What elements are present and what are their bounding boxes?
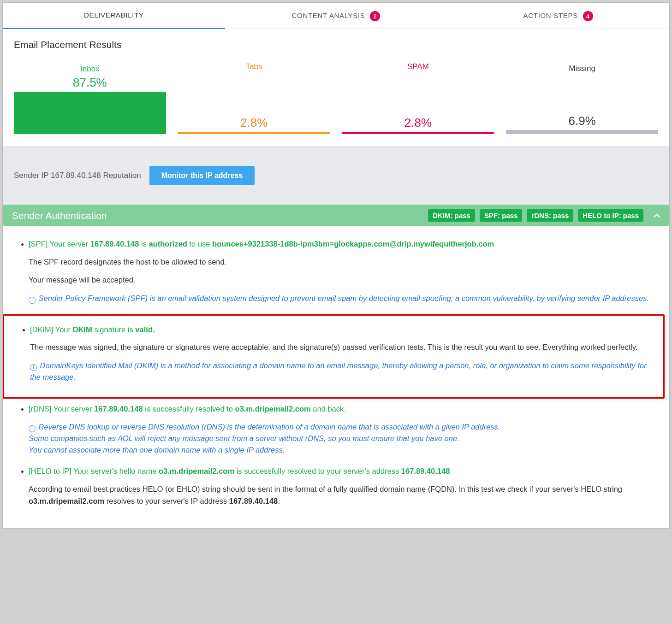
auth-item-spf: [SPF] Your server 167.89.40.148 is autho… <box>29 238 660 304</box>
auth-spf-note: i Sender Policy Framework (SPF) is an em… <box>29 293 660 304</box>
placement-label: SPAM <box>342 62 494 71</box>
placement-title: Email Placement Results <box>14 39 658 50</box>
info-icon: i <box>29 297 36 304</box>
placement-results-panel: Email Placement Results Inbox 87.5% Tabs… <box>3 29 669 147</box>
sender-auth-title: Sender Authentication <box>12 210 423 221</box>
auth-rdns-note: i Reverse DNS lookup or reverse DNS reso… <box>29 421 660 455</box>
placement-percent: 6.9% <box>506 114 658 128</box>
info-icon: i <box>29 425 36 432</box>
placement-percent: 2.8% <box>178 116 330 130</box>
auth-spf-headline: [SPF] Your server 167.89.40.148 is autho… <box>29 238 660 250</box>
monitor-ip-button[interactable]: Monitor this IP address <box>149 166 255 185</box>
auth-dkim-headline: [DKIM] Your DKIM signature is valid. <box>30 324 657 336</box>
auth-item-helo: [HELO to IP] Your server's hello name o3… <box>29 465 660 507</box>
app-frame: DELIVERABILITY CONTENT ANALYSIS 2 ACTION… <box>2 2 670 529</box>
tab-action-steps[interactable]: ACTION STEPS 4 <box>447 3 669 29</box>
auth-rdns-headline: [rDNS] Your server 167.89.40.148 is succ… <box>29 403 660 415</box>
placement-percent: 2.8% <box>342 116 494 130</box>
tab-label: ACTION STEPS <box>523 12 578 19</box>
chip-dkim: DKIM: pass <box>428 209 475 222</box>
chevron-up-icon[interactable] <box>651 210 663 222</box>
placement-label: Tabs <box>178 62 330 71</box>
auth-helo-headline: [HELO to IP] Your server's hello name o3… <box>29 465 660 477</box>
placement-bar-inbox <box>14 92 166 134</box>
placement-label: Inbox <box>14 65 166 74</box>
highlight-box-dkim: [DKIM] Your DKIM signature is valid. The… <box>3 314 665 399</box>
tab-badge: 4 <box>583 11 593 21</box>
chip-spf: SPF: pass <box>480 209 523 222</box>
placement-bar-spam <box>342 132 494 134</box>
info-icon: i <box>30 364 37 371</box>
auth-dkim-note: i DomainKeys Identified Mail (DKIM) is a… <box>30 360 657 383</box>
placement-col-spam: SPAM 2.8% <box>342 62 494 134</box>
sender-ip-label: Sender IP 167.89.40.148 Reputation <box>14 171 141 180</box>
placement-chart: Inbox 87.5% Tabs 2.8% SPAM 2.8% Missing … <box>14 62 658 134</box>
auth-item-rdns: [rDNS] Your server 167.89.40.148 is succ… <box>29 403 660 455</box>
sender-auth-header[interactable]: Sender Authentication DKIM: pass SPF: pa… <box>3 205 669 226</box>
sender-auth-body: [SPF] Your server 167.89.40.148 is autho… <box>3 226 669 528</box>
tab-content-analysis[interactable]: CONTENT ANALYSIS 2 <box>225 3 447 29</box>
main-tabs: DELIVERABILITY CONTENT ANALYSIS 2 ACTION… <box>3 3 669 29</box>
placement-col-inbox: Inbox 87.5% <box>14 65 166 134</box>
auth-spf-desc2: Your message will be accepted. <box>29 274 660 286</box>
placement-col-missing: Missing 6.9% <box>506 64 658 134</box>
placement-bar-tabs <box>178 132 330 134</box>
chip-helo: HELO to IP: pass <box>578 209 643 222</box>
auth-spf-desc1: The SPF record designates the host to be… <box>29 256 660 268</box>
sender-ip-row: Sender IP 167.89.40.148 Reputation Monit… <box>3 147 669 205</box>
chip-rdns: rDNS: pass <box>527 209 573 222</box>
placement-percent: 87.5% <box>14 76 166 90</box>
tab-badge: 2 <box>370 11 380 21</box>
placement-col-tabs: Tabs 2.8% <box>178 62 330 134</box>
placement-bar-missing <box>506 130 658 134</box>
auth-helo-desc: According to email best practices HELO (… <box>29 483 660 507</box>
tab-label: CONTENT ANALYSIS <box>292 12 365 19</box>
auth-dkim-desc: The message was signed, the signature or… <box>30 341 657 353</box>
placement-label: Missing <box>506 64 658 73</box>
tab-label: DELIVERABILITY <box>84 11 144 19</box>
tab-deliverability[interactable]: DELIVERABILITY <box>3 3 225 29</box>
auth-item-dkim: [DKIM] Your DKIM signature is valid. The… <box>30 324 657 383</box>
